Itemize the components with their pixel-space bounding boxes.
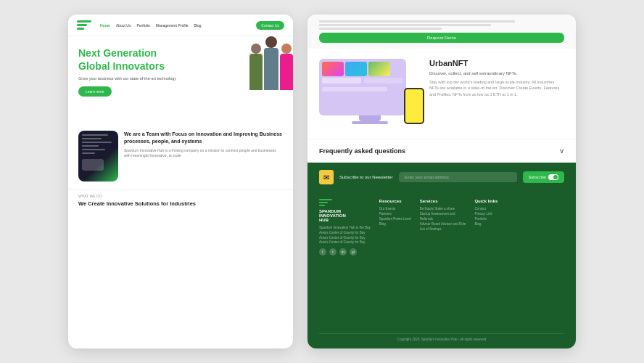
person-3 bbox=[280, 44, 293, 90]
person-head-3 bbox=[281, 44, 292, 54]
left-section2: We are a Team with Focus on Innovation a… bbox=[68, 123, 293, 189]
person-1 bbox=[249, 44, 263, 90]
footer-col-services: Services Be Equity Stake a share Startup… bbox=[420, 199, 466, 256]
subscribe-label: Subscribe bbox=[529, 175, 546, 179]
screen-bar-2 bbox=[364, 78, 403, 83]
footer-logo-line-2 bbox=[319, 202, 328, 203]
footer-logo-line-1 bbox=[319, 199, 332, 200]
footer-link-equity[interactable]: Be Equity Stake a share bbox=[420, 207, 466, 211]
footer-link-contact[interactable]: Contact bbox=[474, 207, 498, 211]
left-card: Home About Us Portfolio Management Profi… bbox=[68, 15, 293, 348]
footer-link-advisor[interactable]: Advisor Board Advisor and Role bbox=[420, 222, 466, 226]
footer-link-startups[interactable]: List of Startups bbox=[420, 227, 466, 231]
nft-title: UrbanNFT bbox=[429, 59, 564, 68]
monitor-base bbox=[352, 121, 388, 124]
footer-link-blog-ql[interactable]: Blog bbox=[474, 222, 498, 226]
footer-link-portfolio[interactable]: Portfolio bbox=[474, 217, 498, 221]
screen-line-5 bbox=[82, 149, 105, 150]
person-head-1 bbox=[251, 44, 261, 54]
person-head-2 bbox=[265, 36, 277, 48]
pre-line-1 bbox=[319, 20, 515, 23]
section2-text: We are a Team with Focus on Innovation a… bbox=[124, 131, 283, 159]
screen-line-2 bbox=[82, 138, 102, 139]
nft-monitor bbox=[319, 59, 421, 131]
footer-col-about: SPARDUMINNOVATIONHUB Spardum Innovation … bbox=[319, 199, 371, 256]
nav-home[interactable]: Home bbox=[100, 23, 110, 28]
nft-description: Stay with top-tier world's leading and l… bbox=[429, 79, 564, 97]
logo-line-2 bbox=[77, 24, 87, 26]
footer-about-text: Spardum Innovation Hub is the BayArea's … bbox=[319, 226, 371, 245]
nav-blog[interactable]: Blog bbox=[194, 23, 202, 28]
hero-title: Next Generation Global Innovators bbox=[78, 46, 187, 73]
section3-label: WHAT WE DO bbox=[78, 194, 283, 198]
left-hero: Next Generation Global Innovators Grow y… bbox=[68, 36, 293, 123]
hero-title-line2: Global Innovators bbox=[78, 60, 165, 72]
footer-link-partners[interactable]: Partners bbox=[379, 212, 411, 216]
newsletter-submit-button[interactable]: Subscribe bbox=[523, 171, 564, 183]
nft-section: UrbanNFT Discover, collect, and sell ext… bbox=[307, 49, 576, 139]
screen-line-3 bbox=[82, 142, 112, 143]
contact-us-button[interactable]: Contact Us bbox=[256, 21, 284, 30]
footer-quicklinks-heading: Quick links bbox=[474, 199, 498, 203]
request-demo-button[interactable]: Request Demo bbox=[319, 33, 564, 43]
newsletter-icon: ✉ bbox=[319, 170, 334, 184]
footer-link-privacy[interactable]: Privacy Link bbox=[474, 212, 498, 216]
person-body-1 bbox=[249, 54, 263, 90]
footer-logo-line-3 bbox=[319, 205, 325, 206]
nft-info: UrbanNFT Discover, collect, and sell ext… bbox=[429, 59, 564, 97]
screen-bar-3 bbox=[322, 87, 387, 91]
pre-line-3 bbox=[319, 28, 442, 30]
logo-line-3 bbox=[77, 28, 84, 30]
footer-copyright: Copyright 2024, Spardum Innovation Hub -… bbox=[319, 333, 564, 341]
footer-link-points[interactable]: Spardum Points Level bbox=[379, 217, 411, 221]
hero-people bbox=[249, 36, 293, 90]
person-body-2 bbox=[264, 48, 278, 90]
right-preheader: Request Demo bbox=[307, 15, 576, 49]
nav-management[interactable]: Management Profile bbox=[156, 23, 189, 28]
phone-screen bbox=[78, 131, 118, 174]
learn-more-button[interactable]: Learn more bbox=[78, 86, 112, 97]
twitter-icon[interactable]: t bbox=[329, 248, 337, 256]
footer-resources-heading: Resources bbox=[379, 199, 411, 203]
nft-tagline: Discover, collect, and sell extraordinar… bbox=[429, 71, 564, 76]
logo-line-1 bbox=[77, 20, 91, 23]
pre-text-lines bbox=[319, 20, 564, 30]
footer-link-events[interactable]: Our Events bbox=[379, 207, 411, 211]
screen-badge bbox=[82, 159, 104, 171]
footer-services-heading: Services bbox=[420, 199, 466, 203]
screen-content bbox=[319, 59, 406, 94]
footer-logo bbox=[319, 199, 371, 206]
footer-link-blog-res[interactable]: Blog bbox=[379, 222, 411, 226]
faq-title: Frequently asked questions bbox=[319, 147, 405, 155]
monitor-screen bbox=[319, 59, 406, 115]
nav-about[interactable]: About Us bbox=[116, 23, 131, 28]
person-body-3 bbox=[280, 54, 293, 90]
pre-line-2 bbox=[319, 24, 491, 26]
right-card: Request Demo bbox=[307, 15, 576, 348]
newsletter-label: Subscribe to our Newsletter bbox=[339, 175, 393, 179]
nav-logo bbox=[77, 20, 91, 30]
phone-image bbox=[78, 131, 118, 182]
facebook-icon[interactable]: f bbox=[319, 248, 326, 256]
screen-line-1 bbox=[82, 134, 108, 136]
footer-about-heading: SPARDUMINNOVATIONHUB bbox=[319, 209, 371, 222]
screen-row-2 bbox=[322, 78, 403, 83]
screen-line-6 bbox=[82, 152, 95, 154]
faq-chevron-icon[interactable]: ∨ bbox=[559, 147, 564, 155]
youtube-icon[interactable]: yt bbox=[350, 248, 357, 256]
faq-section: Frequently asked questions ∨ bbox=[307, 139, 576, 163]
section2-title: We are a Team with Focus on Innovation a… bbox=[124, 131, 283, 145]
footer-link-referrals[interactable]: Referrals bbox=[420, 217, 466, 221]
screen-row-1 bbox=[322, 62, 403, 76]
phone-small bbox=[404, 88, 424, 124]
footer-social: f t in yt bbox=[319, 248, 371, 256]
newsletter-email-input[interactable] bbox=[399, 172, 517, 182]
left-navbar: Home About Us Portfolio Management Profi… bbox=[68, 15, 293, 36]
linkedin-icon[interactable]: in bbox=[339, 248, 347, 256]
nav-portfolio[interactable]: Portfolio bbox=[136, 23, 149, 28]
footer-link-assessment[interactable]: Startup Assessment and bbox=[420, 212, 466, 216]
person-2 bbox=[264, 36, 278, 90]
faq-header[interactable]: Frequently asked questions ∨ bbox=[319, 147, 564, 155]
section3-title: We Create Innovative Solutions for Indus… bbox=[78, 200, 283, 207]
screen-card-1 bbox=[322, 62, 344, 76]
